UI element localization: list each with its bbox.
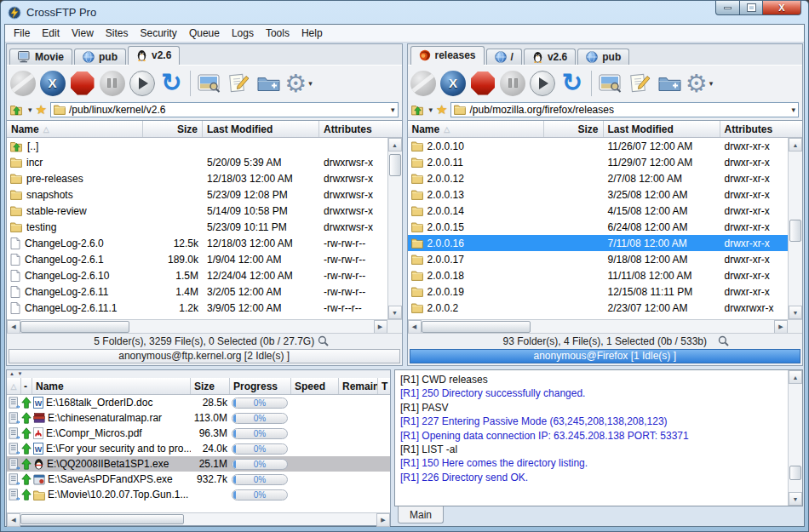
file-row-2.0.0.13[interactable]: 2.0.0.133/25/08 12:00 AMdrwxr-xr-x: [408, 186, 789, 203]
left-abort-button[interactable]: [68, 68, 96, 99]
right_panel-tab-releases[interactable]: releases: [410, 46, 485, 65]
file-row-2.0.0.18[interactable]: 2.0.0.1811/11/08 12:00 AMdrwxr-xr-x: [408, 267, 789, 283]
file-row-pre-releases[interactable]: pre-releases12/18/03 12:00 AMdrwxrwsr-x: [7, 170, 387, 186]
column-header-modified[interactable]: Last Modified: [203, 121, 319, 137]
directory-history-caret-icon[interactable]: ▾: [28, 106, 32, 114]
queue-column-name[interactable]: Name: [32, 378, 191, 394]
title-bar[interactable]: CrossFTP Pro X: [1, 1, 808, 24]
left-connect-button[interactable]: [9, 68, 37, 99]
queue-row[interactable]: E:\chinesenaturalmap.rar113.0M0%: [7, 410, 390, 426]
queue-row[interactable]: E:\QQ2008IIBeta1SP1.exe25.1M0%: [7, 456, 390, 472]
menu-sites[interactable]: Sites: [100, 26, 135, 41]
right-abort-button[interactable]: [469, 68, 497, 99]
bookmark-star-icon[interactable]: ★: [436, 103, 447, 116]
left-settings-button[interactable]: ⚙▾: [284, 68, 313, 99]
queue-column-speed[interactable]: Speed: [291, 378, 339, 394]
scroll-up-button[interactable]: ▲: [388, 138, 402, 152]
file-row-stable-review[interactable]: stable-review5/14/09 10:58 PMdrwxrwsr-x: [7, 203, 387, 219]
file-row-2.0.0.15[interactable]: 2.0.0.156/24/08 12:00 AMdrwxr-xr-x: [408, 219, 789, 235]
menu-logs[interactable]: Logs: [226, 26, 260, 41]
path-dropdown-caret-icon[interactable]: ▾: [791, 106, 795, 114]
right_panel-tab-pub[interactable]: pub: [577, 49, 629, 65]
right-connection-bar[interactable]: anonymous@Firefox [1 Idle(s) ]: [410, 349, 801, 363]
right-start-button[interactable]: [529, 68, 557, 99]
queue-row[interactable]: E:\Movie\10.20.07.Top.Gun.1...0%: [7, 487, 390, 502]
file-row-testing[interactable]: testing5/23/09 10:11 PMdrwxrwsr-x: [7, 219, 387, 235]
right-pause-button[interactable]: [499, 68, 527, 99]
log-tab-main[interactable]: Main: [398, 506, 444, 523]
queue-column-sort[interactable]: △: [7, 378, 21, 394]
left-vertical-scrollbar[interactable]: ▲ ▼: [387, 138, 402, 319]
scroll-down-button[interactable]: ▼: [388, 306, 402, 319]
left-edit-button[interactable]: [225, 68, 253, 99]
path-dropdown-caret-icon[interactable]: ▾: [391, 106, 395, 114]
file-row-2.0.0.19[interactable]: 2.0.0.1912/15/08 11:11 PMdrwxr-xr-x: [408, 283, 789, 300]
scrollbar-thumb[interactable]: [789, 220, 801, 242]
file-row-changelog-2.6.0[interactable]: ChangeLog-2.6.012.5k12/18/03 12:00 AM-rw…: [7, 235, 387, 251]
menu-help[interactable]: Help: [295, 26, 329, 41]
menu-queue[interactable]: Queue: [183, 26, 226, 41]
file-row--..-[interactable]: [..]: [7, 138, 387, 154]
column-header-name[interactable]: Name△: [408, 121, 544, 137]
file-row-2.0.0.12[interactable]: 2.0.0.122/7/08 12:00 AMdrwxr-xr-x: [408, 170, 789, 186]
column-header-attributes[interactable]: Attributes: [720, 121, 803, 137]
queue-row[interactable]: WE:\168talk_OrderID.doc28.5k0%: [7, 395, 390, 410]
filter-search-icon[interactable]: [318, 335, 329, 346]
file-row-changelog-2.6.11[interactable]: ChangeLog-2.6.111.4M3/2/05 12:00 AM-rw-r…: [7, 283, 387, 300]
file-row-2.0.0.11[interactable]: 2.0.0.1111/29/07 12:00 AMdrwxr-xr-x: [408, 154, 789, 170]
right-disconnect-button[interactable]: X: [439, 68, 468, 99]
right-preview-button[interactable]: [596, 68, 624, 99]
minimize-button[interactable]: [715, 1, 740, 15]
right_panel-tab--[interactable]: /: [486, 49, 522, 65]
file-row-2.0.0.16[interactable]: 2.0.0.167/11/08 12:00 AMdrwxr-xr-x: [408, 235, 789, 251]
right-path-input[interactable]: /pub/mozilla.org/firefox/releases ▾: [450, 102, 799, 117]
queue-column-progress[interactable]: Progress: [230, 378, 291, 394]
left-start-button[interactable]: [128, 68, 156, 99]
column-header-size[interactable]: Size: [143, 121, 203, 137]
right-settings-button[interactable]: ⚙▾: [686, 68, 714, 99]
file-row-changelog-2.6.1[interactable]: ChangeLog-2.6.1189.0k1/9/04 12:00 AM-rw-…: [7, 251, 387, 267]
menu-view[interactable]: View: [66, 26, 100, 41]
left-pause-button[interactable]: [98, 68, 126, 99]
scroll-right-button[interactable]: ▶: [376, 513, 390, 527]
column-header-name[interactable]: Name△: [7, 121, 143, 137]
queue-row[interactable]: WE:\For your security and to pro...24.0k…: [7, 441, 390, 456]
splitter-handle[interactable]: ▲ ▼: [7, 370, 390, 378]
menu-edit[interactable]: Edit: [36, 26, 66, 41]
scroll-up-button[interactable]: ▲: [789, 370, 802, 384]
queue-horizontal-scrollbar[interactable]: ◀ ▶: [7, 512, 390, 525]
file-row-incr[interactable]: incr5/20/09 5:39 AMdrwxrwsr-x: [7, 154, 387, 170]
scrollbar-track[interactable]: [422, 320, 775, 334]
right-vertical-scrollbar[interactable]: ▲ ▼: [788, 138, 802, 319]
scroll-left-button[interactable]: ◀: [408, 320, 422, 334]
file-row-snapshots[interactable]: snapshots5/23/09 12:08 PMdrwxrwsr-x: [7, 186, 387, 203]
scrollbar-thumb[interactable]: [20, 514, 184, 524]
scrollbar-track[interactable]: [789, 384, 802, 492]
right_panel-tab-v2-6[interactable]: v2.6: [524, 49, 576, 65]
parent-directory-button[interactable]: [411, 104, 424, 116]
right-connect-button[interactable]: [410, 68, 438, 99]
left-preview-button[interactable]: [195, 68, 223, 99]
parent-directory-button[interactable]: [10, 104, 23, 116]
left-connection-bar[interactable]: anonymous@ftp.kernel.org [2 Idle(s) ]: [9, 349, 400, 363]
log-vertical-scrollbar[interactable]: ▲ ▼: [788, 370, 802, 506]
scrollbar-track[interactable]: [789, 152, 802, 306]
file-row-2.0.0.10[interactable]: 2.0.0.1011/26/07 12:00 AMdrwxr-xr-x: [408, 138, 789, 154]
menu-tools[interactable]: Tools: [260, 26, 295, 41]
file-row-2.0.0.2[interactable]: 2.0.0.22/23/07 12:00 AMdrwxrwxr-x: [408, 300, 789, 316]
queue-row[interactable]: E:\Compr_Micros.pdf96.3M0%: [7, 426, 390, 441]
file-row-2.0.0.14[interactable]: 2.0.0.144/15/08 12:00 AMdrwxr-xr-x: [408, 203, 789, 219]
scroll-left-button[interactable]: ◀: [7, 513, 20, 527]
left_panel-tab-v2-6[interactable]: v2.6: [128, 46, 180, 65]
file-row-changelog-2.6.10[interactable]: ChangeLog-2.6.101.5M12/24/04 12:00 AM-rw…: [7, 267, 387, 283]
queue-column-type[interactable]: T: [378, 378, 390, 394]
menu-security[interactable]: Security: [135, 26, 183, 41]
right-horizontal-scrollbar[interactable]: ◀ ▶: [408, 319, 803, 333]
column-header-size[interactable]: Size: [544, 121, 604, 137]
left-refresh-button[interactable]: ↻: [158, 68, 186, 99]
filter-search-icon[interactable]: [718, 335, 729, 346]
left_panel-tab-pub[interactable]: pub: [74, 49, 126, 65]
right-edit-button[interactable]: [626, 68, 654, 99]
scrollbar-track[interactable]: [20, 513, 376, 525]
scrollbar-thumb[interactable]: [389, 154, 401, 176]
